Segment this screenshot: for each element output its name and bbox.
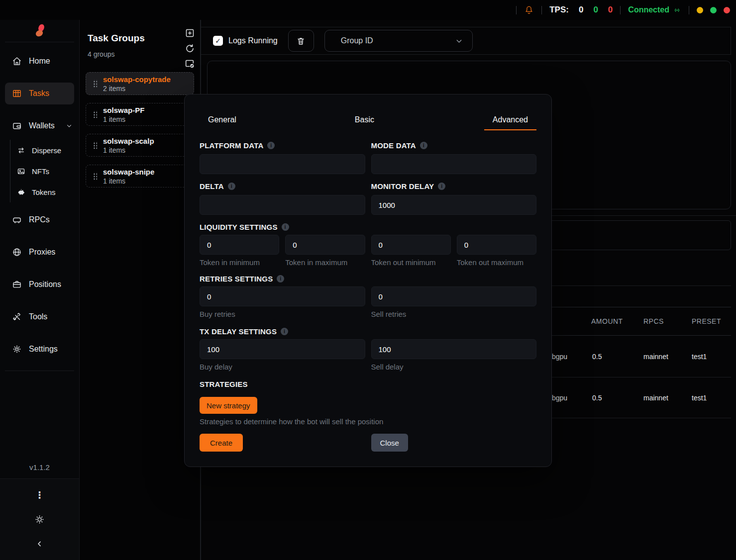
task-groups-actions bbox=[184, 27, 195, 69]
sidebar-nav: Home Tasks Wallets bbox=[0, 42, 79, 360]
theme-toggle-button[interactable] bbox=[30, 511, 50, 528]
select-all-groups-button[interactable] bbox=[184, 58, 195, 69]
column-header-amount: AMOUNT bbox=[591, 317, 623, 325]
group-id-select[interactable]: Group ID bbox=[324, 30, 473, 52]
hard-drive-icon bbox=[12, 215, 22, 225]
more-options-button[interactable]: ⋮ bbox=[30, 487, 50, 504]
delta-label: DELTA i bbox=[200, 181, 365, 191]
helper-sell-delay: Sell delay bbox=[371, 362, 537, 372]
info-icon[interactable]: i bbox=[267, 142, 275, 149]
piggy-bank-icon bbox=[17, 188, 25, 196]
cell-preset: test1 bbox=[692, 394, 707, 402]
token-in-minimum-input[interactable] bbox=[200, 235, 279, 255]
drag-handle-icon[interactable] bbox=[93, 80, 97, 88]
topbar-separator bbox=[689, 6, 689, 14]
task-group-name: solswap-copytrade bbox=[103, 75, 194, 84]
refresh-groups-button[interactable] bbox=[184, 43, 195, 54]
sidebar-item-rpcs[interactable]: RPCs bbox=[5, 209, 74, 231]
helper-buy-retries: Buy retries bbox=[200, 309, 365, 319]
buy-retries-input[interactable] bbox=[200, 286, 365, 306]
platform-data-input[interactable] bbox=[200, 154, 365, 174]
sidebar-item-label: Home bbox=[29, 57, 50, 66]
drag-handle-icon[interactable] bbox=[93, 142, 97, 149]
sell-delay-input[interactable] bbox=[371, 339, 537, 359]
task-group-count: 1 items bbox=[103, 177, 194, 186]
sidebar-item-positions[interactable]: Positions bbox=[5, 274, 74, 295]
delta-input[interactable] bbox=[200, 195, 365, 215]
token-out-maximum-input[interactable] bbox=[457, 235, 536, 255]
task-group-item[interactable]: solswap-snipe 1 items bbox=[86, 165, 194, 187]
drag-handle-icon[interactable] bbox=[93, 173, 97, 180]
info-icon[interactable]: i bbox=[420, 142, 427, 149]
field-labels-row: PLATFORM DATA i MODE DATA i bbox=[200, 140, 536, 150]
liquidity-settings-label: LIQUIDITY SETTINGS i bbox=[200, 222, 536, 232]
token-out-minimum-input[interactable] bbox=[371, 235, 451, 255]
wallets-subnav: Disperse NFTs bbox=[10, 140, 79, 202]
info-icon[interactable]: i bbox=[282, 223, 289, 231]
tab-basic[interactable]: Basic bbox=[346, 110, 383, 130]
sidebar-item-proxies[interactable]: Proxies bbox=[5, 241, 74, 263]
info-icon[interactable]: i bbox=[277, 275, 284, 282]
notifications-bell-icon[interactable] bbox=[524, 5, 534, 15]
task-group-item[interactable]: solswap-PF 1 items bbox=[86, 103, 194, 126]
status-dot-green[interactable] bbox=[710, 7, 717, 13]
chevron-down-icon bbox=[455, 37, 463, 45]
strategies-label: STRATEGIES bbox=[200, 379, 536, 389]
cell-rpcs: mainnet bbox=[643, 394, 668, 402]
new-strategy-button[interactable]: New strategy bbox=[200, 397, 257, 414]
task-groups-panel: Task Groups 4 groups bbox=[80, 20, 201, 560]
monitor-delay-input[interactable] bbox=[371, 195, 537, 215]
buy-delay-input[interactable] bbox=[200, 339, 365, 359]
close-button[interactable]: Close bbox=[371, 434, 408, 452]
collapse-sidebar-button[interactable] bbox=[30, 536, 50, 553]
create-button[interactable]: Create bbox=[200, 434, 243, 452]
sidebar-item-nfts[interactable]: NFTs bbox=[10, 161, 79, 182]
cell-preset: test1 bbox=[692, 353, 707, 361]
retries-inputs-row bbox=[200, 286, 536, 306]
signal-icon bbox=[673, 6, 681, 14]
tps-success: 0 bbox=[593, 5, 598, 15]
gear-icon bbox=[12, 344, 22, 354]
logs-running-checkbox[interactable]: ✓ bbox=[213, 36, 223, 46]
task-groups-header: Task Groups 4 groups bbox=[80, 20, 200, 58]
task-group-item[interactable]: solswap-scalp 1 items bbox=[86, 134, 194, 157]
status-dot-red[interactable] bbox=[724, 7, 730, 13]
drag-handle-icon[interactable] bbox=[93, 111, 97, 118]
sidebar-item-label: NFTs bbox=[32, 167, 49, 176]
tab-general[interactable]: General bbox=[200, 110, 245, 130]
task-group-item[interactable]: solswap-copytrade 2 items bbox=[86, 72, 194, 95]
info-icon[interactable]: i bbox=[228, 183, 235, 190]
sidebar-item-home[interactable]: Home bbox=[5, 50, 74, 72]
tab-advanced[interactable]: Advanced bbox=[484, 110, 536, 130]
field-inputs-row bbox=[200, 195, 536, 215]
sell-retries-input[interactable] bbox=[371, 286, 537, 306]
image-icon bbox=[17, 167, 25, 176]
tools-icon bbox=[12, 312, 22, 322]
tasks-table-icon bbox=[12, 89, 22, 98]
token-in-maximum-input[interactable] bbox=[285, 235, 365, 255]
retries-helpers-row: Buy retries Sell retries bbox=[200, 309, 536, 319]
sidebar-item-tasks[interactable]: Tasks bbox=[5, 83, 74, 104]
sidebar-item-disperse[interactable]: Disperse bbox=[10, 140, 79, 161]
topbar-separator bbox=[620, 6, 621, 14]
sidebar-item-tokens[interactable]: Tokens bbox=[10, 182, 79, 202]
modal-footer: Create Close bbox=[200, 434, 536, 452]
mode-data-input[interactable] bbox=[371, 154, 537, 174]
sidebar-item-wallets[interactable]: Wallets bbox=[5, 115, 74, 137]
home-icon bbox=[12, 56, 22, 66]
field-inputs-row bbox=[200, 154, 536, 174]
clear-logs-button[interactable] bbox=[288, 30, 314, 52]
helper-token-in-maximum: Token in maximum bbox=[285, 258, 365, 268]
chevron-down-icon bbox=[66, 122, 73, 129]
task-groups-count: 4 groups bbox=[88, 50, 192, 58]
add-group-button[interactable] bbox=[184, 27, 195, 38]
info-icon[interactable]: i bbox=[281, 328, 288, 335]
tps-total: 0 bbox=[579, 5, 583, 15]
helper-token-out-minimum: Token out minimum bbox=[371, 258, 451, 268]
app-version: v1.1.2 bbox=[0, 463, 79, 471]
cell-token: bgpu bbox=[552, 394, 567, 402]
info-icon[interactable]: i bbox=[438, 183, 445, 190]
sidebar-item-tools[interactable]: Tools bbox=[5, 306, 74, 328]
status-dot-yellow[interactable] bbox=[697, 7, 703, 13]
sidebar-item-settings[interactable]: Settings bbox=[5, 338, 74, 360]
